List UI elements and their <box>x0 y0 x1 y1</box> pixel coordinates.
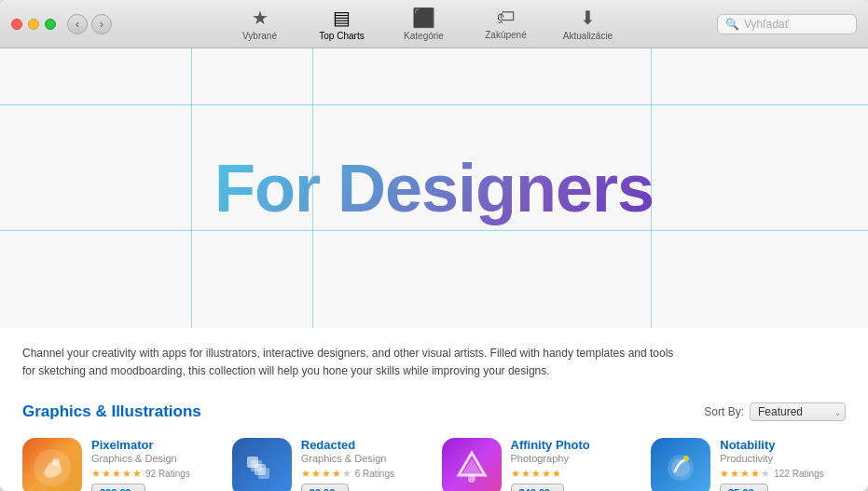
app-stars-notability: ★ ★ ★ ★ ★ 122 Ratings <box>720 468 846 480</box>
hero-title: For Designers <box>214 150 654 226</box>
app-card-pixelmator[interactable]: Pixelmator Graphics & Design ★ ★ ★ ★ ★ 9… <box>15 430 225 491</box>
app-category-pixelmator: Graphics & Design <box>91 453 217 464</box>
traffic-lights <box>11 19 56 30</box>
rating-count-pixelmator: 92 Ratings <box>145 469 190 479</box>
star5: ★ <box>342 468 351 480</box>
sort-select[interactable]: Featured Name Price Release Date <box>750 402 846 421</box>
app-info-notability: Notability Productivity ★ ★ ★ ★ ★ 122 Ra… <box>720 438 846 491</box>
title-bar: ‹ › ★ Vybrané ▤ Top Charts ⬛ Kategórie 🏷… <box>0 0 868 48</box>
app-category-redacted: Graphics & Design <box>301 453 427 464</box>
app-stars-redacted: ★ ★ ★ ★ ★ 6 Ratings <box>301 468 427 480</box>
price-label-pixelmator: $29.99 <box>100 487 131 491</box>
star4: ★ <box>332 468 341 480</box>
nav-item-top-charts[interactable]: ▤ Top Charts <box>314 7 370 41</box>
section-title: Graphics & Illustrations <box>22 402 201 421</box>
affinity-svg <box>449 445 494 490</box>
nav-item-aktualizacie[interactable]: ⬇ Aktualizácie <box>560 7 616 41</box>
apps-row: Pixelmator Graphics & Design ★ ★ ★ ★ ★ 9… <box>0 430 868 491</box>
star5: ★ <box>552 468 561 480</box>
sort-select-container[interactable]: Featured Name Price Release Date <box>750 402 846 421</box>
hero-description: Channel your creativity with apps for il… <box>0 328 709 389</box>
grid-line-h1 <box>0 104 868 105</box>
back-icon: ‹ <box>76 18 79 31</box>
app-category-notability: Productivity <box>720 453 846 464</box>
star1: ★ <box>301 468 310 480</box>
search-placeholder: Vyhľadať <box>744 18 789 31</box>
rating-count-notability: 122 Ratings <box>774 469 823 479</box>
app-window: ‹ › ★ Vybrané ▤ Top Charts ⬛ Kategórie 🏷… <box>0 0 868 491</box>
search-icon: 🔍 <box>725 18 739 31</box>
price-label-redacted: $6.99 <box>310 487 336 491</box>
maximize-button[interactable] <box>45 19 56 30</box>
nav-item-vybrane[interactable]: ★ Vybrané <box>232 7 288 41</box>
app-icon-affinity <box>442 438 502 491</box>
svg-rect-5 <box>258 468 269 479</box>
redacted-svg <box>240 445 284 490</box>
app-info-redacted: Redacted Graphics & Design ★ ★ ★ ★ ★ 6 R… <box>301 438 427 491</box>
nav-item-kategorie[interactable]: ⬛ Kategórie <box>396 7 452 41</box>
minimize-button[interactable] <box>28 19 39 30</box>
star3: ★ <box>740 468 750 480</box>
star3: ★ <box>322 468 331 480</box>
app-name-redacted: Redacted <box>301 438 427 452</box>
app-icon-pixelmator <box>22 438 82 491</box>
app-card-notability[interactable]: Notability Productivity ★ ★ ★ ★ ★ 122 Ra… <box>643 430 853 491</box>
star5: ★ <box>132 468 142 480</box>
app-card-affinity-photo[interactable]: Affinity Photo Photography ★ ★ ★ ★ ★ $49… <box>434 430 644 491</box>
app-name-affinity: Affinity Photo <box>511 438 637 452</box>
price-label-notability: $5.99 <box>728 487 754 491</box>
aktualizacie-icon: ⬇ <box>580 7 596 29</box>
price-button-redacted[interactable]: $6.99 ▾ <box>301 484 350 491</box>
price-label-affinity: $49.99 <box>519 487 551 491</box>
star1: ★ <box>511 468 520 480</box>
price-button-affinity[interactable]: $49.99 ▾ <box>511 484 565 491</box>
section-header: Graphics & Illustrations Sort By: Featur… <box>0 389 868 430</box>
nav-label-vybrane: Vybrané <box>242 31 277 41</box>
sort-by-label: Sort By: <box>704 405 744 418</box>
grid-line-h2 <box>0 230 868 231</box>
kategorie-icon: ⬛ <box>412 7 435 29</box>
rating-count-redacted: 6 Ratings <box>355 469 394 479</box>
svg-point-8 <box>468 475 475 483</box>
star3: ★ <box>112 468 121 480</box>
svg-point-1 <box>52 458 60 466</box>
pixelmator-svg <box>30 445 75 490</box>
star5: ★ <box>761 468 770 480</box>
app-icon-notability <box>651 438 710 491</box>
nav-arrows: ‹ › <box>67 14 112 34</box>
app-info-pixelmator: Pixelmator Graphics & Design ★ ★ ★ ★ ★ 9… <box>91 438 217 491</box>
app-icon-redacted <box>232 438 292 491</box>
star1: ★ <box>91 468 101 480</box>
notability-svg <box>658 445 703 490</box>
star1: ★ <box>720 468 729 480</box>
star4: ★ <box>751 468 760 480</box>
app-name-notability: Notability <box>720 438 846 452</box>
forward-button[interactable]: › <box>91 14 112 34</box>
star4: ★ <box>122 468 131 480</box>
app-info-affinity: Affinity Photo Photography ★ ★ ★ ★ ★ $49… <box>511 438 637 491</box>
price-button-notability[interactable]: $5.99 ▾ <box>720 484 768 491</box>
top-charts-icon: ▤ <box>333 7 351 29</box>
nav-item-zakupene[interactable]: 🏷 Zakúpené <box>478 7 534 41</box>
hero-section: For Designers <box>0 48 868 328</box>
grid-line-v1 <box>191 48 192 328</box>
nav-label-top-charts: Top Charts <box>319 31 364 41</box>
star4: ★ <box>542 468 551 480</box>
zakupene-icon: 🏷 <box>497 7 516 28</box>
price-button-pixelmator[interactable]: $29.99 ▾ <box>91 484 145 491</box>
nav-label-aktualizacie: Aktualizácie <box>563 31 613 41</box>
star2: ★ <box>730 468 739 480</box>
nav-label-kategorie: Kategórie <box>404 31 444 41</box>
nav-label-zakupene: Zakúpené <box>485 30 526 40</box>
star2: ★ <box>311 468 321 480</box>
app-card-redacted[interactable]: Redacted Graphics & Design ★ ★ ★ ★ ★ 6 R… <box>225 430 434 491</box>
search-box[interactable]: 🔍 Vyhľadať <box>717 14 857 34</box>
sort-by-container: Sort By: Featured Name Price Release Dat… <box>704 402 846 421</box>
close-button[interactable] <box>11 19 22 30</box>
toolbar-nav: ★ Vybrané ▤ Top Charts ⬛ Kategórie 🏷 Zak… <box>131 7 717 41</box>
star2: ★ <box>521 468 530 480</box>
back-button[interactable]: ‹ <box>67 14 88 34</box>
star-icon: ★ <box>252 7 269 29</box>
app-stars-affinity: ★ ★ ★ ★ ★ <box>511 468 637 480</box>
forward-icon: › <box>100 18 103 31</box>
